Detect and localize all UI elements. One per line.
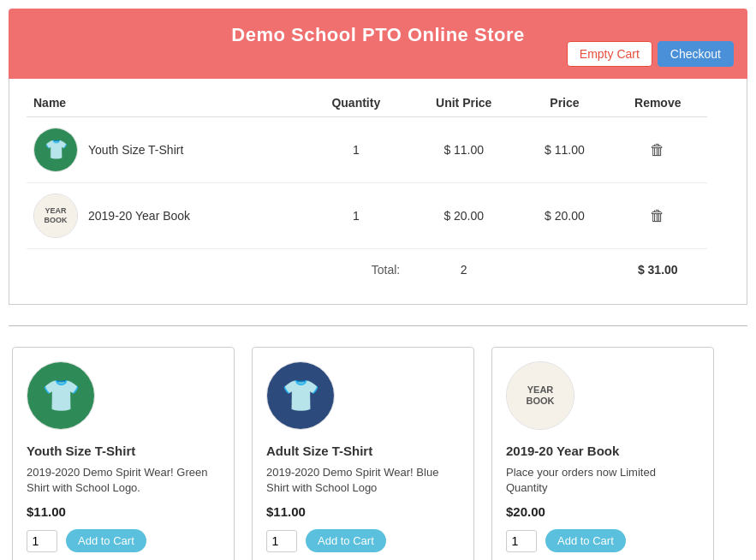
total-empty-cell [27, 249, 305, 288]
total-price: $ 31.00 [609, 249, 707, 288]
section-divider [9, 325, 747, 326]
total-remove-empty [707, 249, 729, 288]
store-header: Demo School PTO Online Store Empty Cart … [9, 9, 747, 79]
product-price: $20.00 [506, 504, 699, 519]
product-card: 👕Youth Size T-Shirt2019-2020 Demo Spirit… [12, 347, 235, 560]
cart-item-quantity: 1 [305, 117, 407, 183]
product-quantity-input[interactable] [506, 530, 537, 552]
add-to-cart-button[interactable]: Add to Cart [306, 529, 386, 552]
col-header-unit-price: Unit Price [407, 87, 521, 117]
cart-item-price: $ 11.00 [521, 117, 608, 183]
product-description: Place your orders now Limited Quantity [506, 465, 699, 496]
product-name: Youth Size T-Shirt [27, 444, 220, 458]
cart-total-row: Total:2$ 31.00 [27, 249, 729, 288]
total-unit-price-empty [521, 249, 608, 288]
col-header-price: Price [521, 87, 608, 117]
cart-item-price: $ 20.00 [521, 183, 608, 249]
product-card: 👕Adult Size T-Shirt2019-2020 Demo Spirit… [252, 347, 474, 560]
product-card: YEARBOOK2019-20 Year BookPlace your orde… [491, 347, 714, 560]
product-price: $11.00 [266, 504, 460, 519]
cart-row: YEARBOOK2019-20 Year Book1$ 20.00$ 20.00… [27, 183, 729, 249]
header-buttons: Empty Cart Checkout [567, 41, 734, 67]
trash-icon[interactable]: 🗑 [650, 141, 665, 158]
total-label: Total: [305, 249, 407, 288]
cart-item-name: Youth Size T-Shirt [88, 143, 183, 157]
col-header-name: Name [27, 87, 305, 117]
cart-row: 👕Youth Size T-Shirt1$ 11.00$ 11.00🗑 [27, 117, 729, 183]
cart-item-name-cell: YEARBOOK2019-20 Year Book [27, 183, 305, 249]
cart-item-remove[interactable]: 🗑 [609, 183, 707, 249]
add-to-cart-button[interactable]: Add to Cart [66, 529, 146, 552]
add-to-cart-row: Add to Cart [27, 529, 220, 552]
product-description: 2019-2020 Demo Spirit Wear! Blue Shirt w… [266, 465, 460, 496]
cart-item-name: 2019-20 Year Book [88, 209, 190, 223]
col-header-remove: Remove [609, 87, 707, 117]
product-quantity-input[interactable] [266, 530, 297, 552]
product-name: 2019-20 Year Book [506, 444, 699, 458]
product-description: 2019-2020 Demo Spirit Wear! Green Shirt … [27, 465, 220, 496]
cart-item-unit-price: $ 11.00 [407, 117, 521, 183]
col-header-quantity: Quantity [305, 87, 407, 117]
cart-table: Name Quantity Unit Price Price Remove 👕Y… [27, 87, 729, 287]
product-price: $11.00 [27, 504, 220, 519]
checkout-button[interactable]: Checkout [658, 41, 734, 67]
trash-icon[interactable]: 🗑 [650, 207, 665, 224]
products-grid: 👕Youth Size T-Shirt2019-2020 Demo Spirit… [9, 347, 747, 560]
product-name: Adult Size T-Shirt [266, 444, 460, 458]
cart-item-remove[interactable]: 🗑 [609, 117, 707, 183]
cart-item-quantity: 1 [305, 183, 407, 249]
empty-cart-button[interactable]: Empty Cart [567, 41, 652, 67]
cart-section: Name Quantity Unit Price Price Remove 👕Y… [9, 79, 747, 305]
add-to-cart-row: Add to Cart [506, 529, 699, 552]
product-quantity-input[interactable] [27, 530, 57, 552]
page-wrapper: Demo School PTO Online Store Empty Cart … [0, 0, 756, 560]
cart-item-name-cell: 👕Youth Size T-Shirt [27, 117, 305, 183]
add-to-cart-row: Add to Cart [266, 529, 460, 552]
cart-item-unit-price: $ 20.00 [407, 183, 521, 249]
cart-header-row: Name Quantity Unit Price Price Remove [27, 87, 729, 117]
total-quantity: 2 [407, 249, 521, 288]
add-to-cart-button[interactable]: Add to Cart [545, 529, 626, 552]
